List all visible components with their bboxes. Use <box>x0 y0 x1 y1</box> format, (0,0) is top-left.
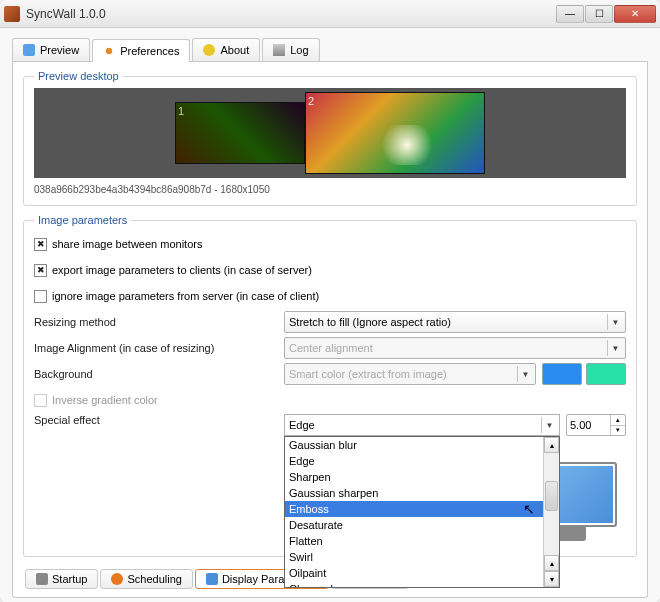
tab-panel: Preview desktop 1 2 038a966b293be4a3b439… <box>12 62 648 598</box>
spin-down-button[interactable]: ▾ <box>611 426 625 436</box>
effect-row: Special effect Edge ▼ Gaussian blurEdgeS… <box>34 414 626 438</box>
chevron-down-icon: ▼ <box>517 366 533 382</box>
btab-startup[interactable]: Startup <box>25 569 98 589</box>
chevron-down-icon: ▼ <box>541 417 557 433</box>
share-checkbox[interactable] <box>34 238 47 251</box>
scheduling-icon <box>111 573 123 585</box>
combo-value: Smart color (extract from image) <box>289 368 447 380</box>
titlebar[interactable]: SyncWall 1.0.0 — ☐ ✕ <box>0 0 660 28</box>
tab-label: Preferences <box>120 45 179 57</box>
color-swatch-2[interactable] <box>586 363 626 385</box>
monitor-thumb-2[interactable]: 2 <box>305 92 485 174</box>
tab-log[interactable]: Log <box>262 38 319 61</box>
content-area: Preview Preferences About Log Preview de… <box>0 28 660 602</box>
effect-option[interactable]: Swirl <box>285 549 543 565</box>
effect-option[interactable]: Charcoal <box>285 581 543 587</box>
preferences-icon <box>103 45 115 57</box>
resizing-label: Resizing method <box>34 316 284 328</box>
tab-about[interactable]: About <box>192 38 260 61</box>
alignment-combo[interactable]: Center alignment ▼ <box>284 337 626 359</box>
preview-icon <box>23 44 35 56</box>
close-button[interactable]: ✕ <box>614 5 656 23</box>
effect-option[interactable]: Sharpen <box>285 469 543 485</box>
app-window: SyncWall 1.0.0 — ☐ ✕ Preview Preferences… <box>0 0 660 602</box>
effect-combo[interactable]: Edge ▼ <box>284 414 560 436</box>
effect-option[interactable]: Gaussian blur <box>285 437 543 453</box>
combo-value: Center alignment <box>289 342 373 354</box>
top-tabbar: Preview Preferences About Log <box>12 38 648 62</box>
effect-option[interactable]: Oilpaint <box>285 565 543 581</box>
effect-spin[interactable]: ▴ ▾ <box>566 414 626 436</box>
monitor-thumb-1[interactable]: 1 <box>175 102 305 164</box>
preview-group: Preview desktop 1 2 038a966b293be4a3b439… <box>23 70 637 206</box>
display-icon <box>206 573 218 585</box>
btab-scheduling[interactable]: Scheduling <box>100 569 192 589</box>
export-row: export image parameters to clients (in c… <box>34 258 626 282</box>
thumb-label: 1 <box>178 105 184 117</box>
scroll-track[interactable] <box>544 453 559 555</box>
app-icon <box>4 6 20 22</box>
preview-legend: Preview desktop <box>34 70 123 82</box>
effect-option[interactable]: Desaturate <box>285 517 543 533</box>
alignment-label: Image Alignment (in case of resizing) <box>34 342 284 354</box>
maximize-button[interactable]: ☐ <box>585 5 613 23</box>
spin-up-button[interactable]: ▴ <box>611 415 625 426</box>
alignment-row: Image Alignment (in case of resizing) Ce… <box>34 336 626 360</box>
scroll-up-button[interactable]: ▴ <box>544 437 559 453</box>
background-label: Background <box>34 368 284 380</box>
tab-preview[interactable]: Preview <box>12 38 90 61</box>
effect-label: Special effect <box>34 414 284 426</box>
color-swatch-1[interactable] <box>542 363 582 385</box>
minimize-button[interactable]: — <box>556 5 584 23</box>
combo-value: Stretch to fill (Ignore aspect ratio) <box>289 316 451 328</box>
preview-caption: 038a966b293be4a3b4394bc86a908b7d - 1680x… <box>34 178 626 195</box>
export-label: export image parameters to clients (in c… <box>52 264 312 276</box>
scroll-down-button[interactable]: ▾ <box>544 571 559 587</box>
background-combo[interactable]: Smart color (extract from image) ▼ <box>284 363 536 385</box>
tab-label: Preview <box>40 44 79 56</box>
effect-option[interactable]: Edge <box>285 453 543 469</box>
color-swatches <box>542 363 626 385</box>
tab-label: Log <box>290 44 308 56</box>
combo-value: Edge <box>289 419 315 431</box>
effect-dropdown: Gaussian blurEdgeSharpenGaussian sharpen… <box>284 436 560 588</box>
window-title: SyncWall 1.0.0 <box>26 7 556 21</box>
scrollbar[interactable]: ▴ ▴ ▾ <box>543 437 559 587</box>
resizing-row: Resizing method Stretch to fill (Ignore … <box>34 310 626 334</box>
btab-label: Startup <box>52 573 87 585</box>
ignore-checkbox[interactable] <box>34 290 47 303</box>
share-label: share image between monitors <box>52 238 202 250</box>
tab-label: About <box>220 44 249 56</box>
about-icon <box>203 44 215 56</box>
params-legend: Image parameters <box>34 214 131 226</box>
thumb-label: 2 <box>308 95 314 107</box>
scroll-up2-button[interactable]: ▴ <box>544 555 559 571</box>
effect-option[interactable]: Flatten <box>285 533 543 549</box>
resizing-combo[interactable]: Stretch to fill (Ignore aspect ratio) ▼ <box>284 311 626 333</box>
ignore-label: ignore image parameters from server (in … <box>52 290 319 302</box>
effect-combo-wrap: Edge ▼ Gaussian blurEdgeSharpenGaussian … <box>284 414 560 436</box>
chevron-down-icon: ▼ <box>607 340 623 356</box>
ignore-row: ignore image parameters from server (in … <box>34 284 626 308</box>
image-params-group: Image parameters share image between mon… <box>23 214 637 557</box>
effect-spin-input[interactable] <box>567 419 607 431</box>
chevron-down-icon: ▼ <box>607 314 623 330</box>
scroll-thumb[interactable] <box>545 481 558 511</box>
startup-icon <box>36 573 48 585</box>
background-row: Background Smart color (extract from ima… <box>34 362 626 386</box>
effect-option[interactable]: Gaussian sharpen <box>285 485 543 501</box>
log-icon <box>273 44 285 56</box>
effect-option[interactable]: Emboss <box>285 501 543 517</box>
tab-preferences[interactable]: Preferences <box>92 39 190 62</box>
inverse-row: Inverse gradient color <box>34 388 626 412</box>
export-checkbox[interactable] <box>34 264 47 277</box>
share-row: share image between monitors <box>34 232 626 256</box>
inverse-label: Inverse gradient color <box>52 394 158 406</box>
preview-canvas: 1 2 <box>34 88 626 178</box>
inverse-checkbox <box>34 394 47 407</box>
btab-label: Scheduling <box>127 573 181 585</box>
